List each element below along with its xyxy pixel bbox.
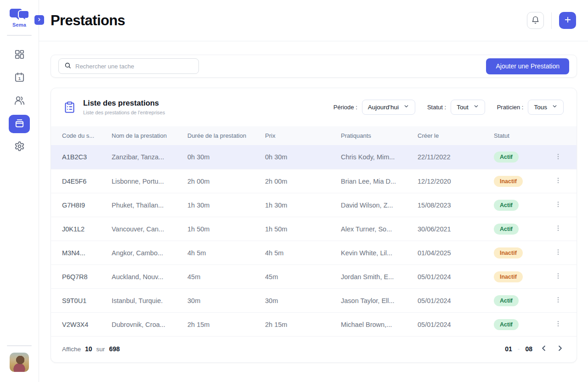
praticien-value: Tous bbox=[534, 104, 547, 111]
search-box[interactable] bbox=[58, 58, 199, 74]
row-menu-button[interactable] bbox=[552, 270, 565, 283]
kebab-menu-icon bbox=[554, 272, 562, 281]
of-label: sur bbox=[96, 346, 105, 353]
kebab-menu-icon bbox=[554, 320, 562, 329]
sidebar-item-dashboard[interactable] bbox=[9, 46, 30, 64]
next-page-button[interactable] bbox=[554, 343, 565, 354]
periode-value: Aujourd'hui bbox=[368, 104, 399, 111]
svg-text:1: 1 bbox=[18, 76, 21, 81]
cell-practitioners: Brian Lee, Mia D... bbox=[341, 178, 418, 185]
sidebar-collapse-button[interactable] bbox=[34, 15, 44, 25]
cell-practitioners: Kevin White, Lil... bbox=[341, 249, 418, 257]
calendar-icon: 1 bbox=[14, 72, 25, 84]
row-menu-button[interactable] bbox=[552, 151, 565, 163]
sidebar-bottom-divider bbox=[7, 345, 32, 346]
archive-box-icon bbox=[14, 118, 25, 130]
cell-price: 2h 15m bbox=[265, 321, 341, 328]
filter-praticien-label: Praticien : bbox=[497, 104, 524, 111]
quick-add-button[interactable] bbox=[559, 12, 576, 29]
prev-page-button[interactable] bbox=[538, 343, 549, 354]
cell-name: Auckland, Nouv... bbox=[112, 273, 187, 281]
cell-practitioners: Michael Brown,... bbox=[341, 321, 418, 328]
row-menu-button[interactable] bbox=[552, 199, 565, 212]
status-badge: Inactif bbox=[494, 176, 523, 187]
sidebar-item-prestations[interactable] bbox=[9, 115, 30, 133]
kebab-menu-icon bbox=[554, 177, 562, 185]
table-row[interactable]: D4E5F6 Lisbonne, Portu... 2h 00m 2h 00m … bbox=[51, 169, 577, 193]
cell-duration: 2h 00m bbox=[187, 178, 265, 185]
filters: Période : Aujourd'hui Statut : Tout bbox=[334, 100, 564, 115]
cell-practitioners: Chris Kody, Mim... bbox=[341, 153, 418, 161]
cell-duration: 1h 50m bbox=[187, 225, 265, 233]
table-row[interactable]: J0K1L2 Vancouver, Can... 1h 50m 1h 50m A… bbox=[51, 217, 577, 241]
status-badge: Actif bbox=[494, 200, 519, 211]
sidebar-item-calendar[interactable]: 1 bbox=[9, 69, 30, 87]
search-icon bbox=[64, 62, 71, 71]
cell-name: Zanzibar, Tanza... bbox=[112, 153, 187, 161]
search-input[interactable] bbox=[75, 63, 193, 70]
periode-select[interactable]: Aujourd'hui bbox=[362, 100, 415, 115]
cell-code: A1B2C3 bbox=[62, 153, 112, 161]
chevron-down-icon bbox=[552, 103, 558, 111]
filter-periode: Période : Aujourd'hui bbox=[334, 100, 415, 115]
cell-duration: 1h 30m bbox=[187, 202, 265, 209]
users-icon bbox=[14, 95, 25, 107]
table-row[interactable]: G7H8I9 Phuket, Thaïlan... 1h 30m 1h 30m … bbox=[51, 193, 577, 217]
cell-price: 0h 30m bbox=[265, 153, 341, 161]
row-menu-button[interactable] bbox=[552, 223, 565, 236]
topbar-divider bbox=[551, 12, 552, 29]
sidebar: Sema 1 bbox=[0, 0, 39, 382]
sidebar-divider bbox=[7, 35, 32, 36]
cell-duration: 4h 5m bbox=[187, 249, 265, 257]
cell-created: 15/08/2023 bbox=[418, 202, 494, 209]
filter-periode-label: Période : bbox=[334, 104, 357, 111]
cell-status: Actif bbox=[494, 319, 547, 330]
status-badge: Actif bbox=[494, 295, 519, 306]
row-menu-button[interactable] bbox=[552, 294, 565, 307]
cell-practitioners: David Wilson, Z... bbox=[341, 202, 418, 209]
sidebar-item-settings[interactable] bbox=[9, 138, 30, 156]
cell-practitioners: Alex Turner, So... bbox=[341, 225, 418, 233]
table-row[interactable]: A1B2C3 Zanzibar, Tanza... 0h 30m 0h 30m … bbox=[51, 145, 577, 169]
table-row[interactable]: P6Q7R8 Auckland, Nouv... 45m 45m Jordan … bbox=[51, 264, 577, 288]
bell-icon bbox=[531, 16, 540, 26]
col-status: Statut bbox=[494, 132, 547, 139]
praticien-select[interactable]: Tous bbox=[528, 100, 564, 115]
status-badge: Inactif bbox=[494, 247, 523, 258]
cell-created: 12/12/2020 bbox=[418, 178, 494, 185]
cell-price: 1h 50m bbox=[265, 225, 341, 233]
statut-select[interactable]: Tout bbox=[451, 100, 485, 115]
notifications-button[interactable] bbox=[527, 12, 544, 29]
cell-created: 05/01/2024 bbox=[418, 273, 494, 281]
cell-code: S9T0U1 bbox=[62, 297, 112, 304]
cell-name: Phuket, Thaïlan... bbox=[112, 202, 187, 209]
page-end: 08 bbox=[525, 345, 532, 353]
row-menu-button[interactable] bbox=[552, 318, 565, 331]
cell-created: 30/06/2021 bbox=[418, 225, 494, 233]
status-badge: Actif bbox=[494, 319, 519, 330]
statut-value: Tout bbox=[457, 104, 469, 111]
cell-code: M3N4... bbox=[62, 249, 112, 257]
cell-price: 4h 5m bbox=[265, 249, 341, 257]
cell-name: Vancouver, Can... bbox=[112, 225, 187, 233]
brand-logo[interactable]: Sema bbox=[9, 7, 29, 28]
kebab-menu-icon bbox=[554, 225, 562, 233]
sidebar-item-users[interactable] bbox=[9, 92, 30, 110]
total-count: 698 bbox=[109, 345, 119, 353]
cell-price: 2h 00m bbox=[265, 178, 341, 185]
row-menu-button[interactable] bbox=[552, 247, 565, 259]
table-row[interactable]: M3N4... Angkor, Cambo... 4h 5m 4h 5m Kev… bbox=[51, 241, 577, 264]
chevron-down-icon bbox=[403, 103, 409, 111]
toolbar-card: Ajouter une Prestation bbox=[51, 55, 577, 78]
status-badge: Inactif bbox=[494, 271, 523, 282]
gear-icon bbox=[14, 141, 25, 153]
cell-code: P6Q7R8 bbox=[62, 273, 112, 281]
kebab-menu-icon bbox=[554, 296, 562, 305]
user-avatar[interactable] bbox=[10, 353, 29, 372]
cell-code: G7H8I9 bbox=[62, 202, 112, 209]
cell-code: J0K1L2 bbox=[62, 225, 112, 233]
row-menu-button[interactable] bbox=[552, 175, 565, 188]
table-row[interactable]: V2W3X4 Dubrovnik, Croa... 2h 15m 2h 15m … bbox=[51, 312, 577, 336]
add-prestation-button[interactable]: Ajouter une Prestation bbox=[486, 58, 569, 74]
table-row[interactable]: S9T0U1 Istanbul, Turquie. 30m 30m Jason … bbox=[51, 288, 577, 312]
